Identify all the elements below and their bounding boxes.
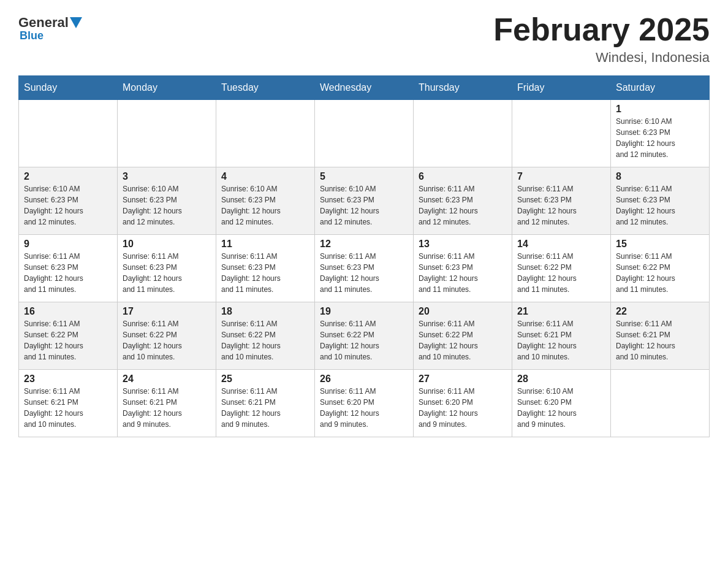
day-number: 4 bbox=[221, 171, 309, 182]
day-info: Sunrise: 6:11 AM Sunset: 6:22 PM Dayligh… bbox=[320, 318, 408, 362]
calendar-cell: 10Sunrise: 6:11 AM Sunset: 6:23 PM Dayli… bbox=[118, 235, 216, 302]
logo-blue-text: Blue bbox=[20, 29, 44, 42]
day-info: Sunrise: 6:11 AM Sunset: 6:21 PM Dayligh… bbox=[517, 318, 605, 362]
logo-triangle-icon bbox=[70, 17, 82, 28]
day-number: 23 bbox=[24, 373, 112, 385]
calendar-cell: 13Sunrise: 6:11 AM Sunset: 6:23 PM Dayli… bbox=[414, 235, 512, 302]
day-info: Sunrise: 6:11 AM Sunset: 6:20 PM Dayligh… bbox=[320, 386, 408, 430]
calendar-cell: 17Sunrise: 6:11 AM Sunset: 6:22 PM Dayli… bbox=[118, 302, 216, 370]
logo-general: General bbox=[18, 15, 69, 31]
calendar-cell: 15Sunrise: 6:11 AM Sunset: 6:22 PM Dayli… bbox=[611, 235, 710, 302]
day-number: 10 bbox=[123, 239, 211, 250]
day-info: Sunrise: 6:10 AM Sunset: 6:23 PM Dayligh… bbox=[320, 183, 408, 228]
day-number: 20 bbox=[419, 306, 507, 317]
day-number: 27 bbox=[419, 373, 507, 385]
calendar-cell bbox=[611, 370, 710, 437]
day-number: 7 bbox=[517, 171, 605, 182]
header-friday: Friday bbox=[512, 76, 611, 100]
day-number: 12 bbox=[320, 239, 408, 250]
calendar-cell bbox=[315, 100, 414, 167]
calendar-cell bbox=[19, 100, 118, 167]
calendar-week-row: 2Sunrise: 6:10 AM Sunset: 6:23 PM Daylig… bbox=[19, 167, 710, 235]
day-number: 26 bbox=[320, 373, 408, 385]
title-block: February 2025 Windesi, Indonesia bbox=[493, 12, 710, 66]
day-info: Sunrise: 6:11 AM Sunset: 6:21 PM Dayligh… bbox=[616, 318, 704, 362]
calendar-cell: 3Sunrise: 6:10 AM Sunset: 6:23 PM Daylig… bbox=[118, 167, 216, 235]
calendar-table: SundayMondayTuesdayWednesdayThursdayFrid… bbox=[18, 75, 710, 437]
day-info: Sunrise: 6:11 AM Sunset: 6:21 PM Dayligh… bbox=[24, 386, 112, 430]
calendar-cell: 4Sunrise: 6:10 AM Sunset: 6:23 PM Daylig… bbox=[216, 167, 315, 235]
calendar-cell: 19Sunrise: 6:11 AM Sunset: 6:22 PM Dayli… bbox=[315, 302, 414, 370]
calendar-cell: 2Sunrise: 6:10 AM Sunset: 6:23 PM Daylig… bbox=[19, 167, 118, 235]
day-info: Sunrise: 6:11 AM Sunset: 6:23 PM Dayligh… bbox=[221, 251, 309, 295]
calendar-cell: 1Sunrise: 6:10 AM Sunset: 6:23 PM Daylig… bbox=[611, 100, 710, 167]
header-wednesday: Wednesday bbox=[315, 76, 414, 100]
calendar-week-row: 16Sunrise: 6:11 AM Sunset: 6:22 PM Dayli… bbox=[19, 302, 710, 370]
logo-text: General bbox=[18, 15, 83, 31]
day-number: 6 bbox=[419, 171, 507, 182]
header-thursday: Thursday bbox=[414, 76, 512, 100]
day-number: 24 bbox=[123, 373, 211, 385]
calendar-cell: 11Sunrise: 6:11 AM Sunset: 6:23 PM Dayli… bbox=[216, 235, 315, 302]
day-number: 14 bbox=[517, 239, 605, 250]
calendar-cell: 24Sunrise: 6:11 AM Sunset: 6:21 PM Dayli… bbox=[118, 370, 216, 437]
location-title: Windesi, Indonesia bbox=[493, 50, 710, 66]
day-info: Sunrise: 6:11 AM Sunset: 6:22 PM Dayligh… bbox=[24, 318, 112, 362]
day-number: 8 bbox=[616, 171, 704, 182]
calendar-cell: 12Sunrise: 6:11 AM Sunset: 6:23 PM Dayli… bbox=[315, 235, 414, 302]
header-monday: Monday bbox=[118, 76, 216, 100]
day-info: Sunrise: 6:11 AM Sunset: 6:23 PM Dayligh… bbox=[419, 183, 507, 228]
day-info: Sunrise: 6:10 AM Sunset: 6:23 PM Dayligh… bbox=[221, 183, 309, 228]
day-info: Sunrise: 6:11 AM Sunset: 6:20 PM Dayligh… bbox=[419, 386, 507, 430]
day-number: 25 bbox=[221, 373, 309, 385]
logo: General Blue bbox=[18, 12, 83, 42]
day-info: Sunrise: 6:11 AM Sunset: 6:23 PM Dayligh… bbox=[419, 251, 507, 295]
calendar-cell bbox=[118, 100, 216, 167]
day-info: Sunrise: 6:10 AM Sunset: 6:20 PM Dayligh… bbox=[517, 386, 605, 430]
calendar-week-row: 1Sunrise: 6:10 AM Sunset: 6:23 PM Daylig… bbox=[19, 100, 710, 167]
calendar-cell: 8Sunrise: 6:11 AM Sunset: 6:23 PM Daylig… bbox=[611, 167, 710, 235]
calendar-cell: 25Sunrise: 6:11 AM Sunset: 6:21 PM Dayli… bbox=[216, 370, 315, 437]
day-number: 13 bbox=[419, 239, 507, 250]
day-info: Sunrise: 6:11 AM Sunset: 6:22 PM Dayligh… bbox=[419, 318, 507, 362]
header-saturday: Saturday bbox=[611, 76, 710, 100]
day-info: Sunrise: 6:10 AM Sunset: 6:23 PM Dayligh… bbox=[616, 116, 704, 160]
calendar-week-row: 23Sunrise: 6:11 AM Sunset: 6:21 PM Dayli… bbox=[19, 370, 710, 437]
day-info: Sunrise: 6:11 AM Sunset: 6:22 PM Dayligh… bbox=[517, 251, 605, 295]
day-number: 28 bbox=[517, 373, 605, 385]
calendar-cell: 21Sunrise: 6:11 AM Sunset: 6:21 PM Dayli… bbox=[512, 302, 611, 370]
day-number: 9 bbox=[24, 239, 112, 250]
day-info: Sunrise: 6:11 AM Sunset: 6:23 PM Dayligh… bbox=[616, 183, 704, 228]
calendar-cell: 16Sunrise: 6:11 AM Sunset: 6:22 PM Dayli… bbox=[19, 302, 118, 370]
header-tuesday: Tuesday bbox=[216, 76, 315, 100]
calendar-cell: 18Sunrise: 6:11 AM Sunset: 6:22 PM Dayli… bbox=[216, 302, 315, 370]
calendar-week-row: 9Sunrise: 6:11 AM Sunset: 6:23 PM Daylig… bbox=[19, 235, 710, 302]
calendar-header-row: SundayMondayTuesdayWednesdayThursdayFrid… bbox=[19, 76, 710, 100]
day-info: Sunrise: 6:11 AM Sunset: 6:23 PM Dayligh… bbox=[24, 251, 112, 295]
calendar-cell: 6Sunrise: 6:11 AM Sunset: 6:23 PM Daylig… bbox=[414, 167, 512, 235]
day-number: 5 bbox=[320, 171, 408, 182]
day-info: Sunrise: 6:10 AM Sunset: 6:23 PM Dayligh… bbox=[24, 183, 112, 228]
page-header: General Blue February 2025 Windesi, Indo… bbox=[18, 12, 710, 66]
day-info: Sunrise: 6:11 AM Sunset: 6:23 PM Dayligh… bbox=[320, 251, 408, 295]
day-info: Sunrise: 6:10 AM Sunset: 6:23 PM Dayligh… bbox=[123, 183, 211, 228]
day-number: 19 bbox=[320, 306, 408, 317]
header-sunday: Sunday bbox=[19, 76, 118, 100]
day-info: Sunrise: 6:11 AM Sunset: 6:23 PM Dayligh… bbox=[123, 251, 211, 295]
day-info: Sunrise: 6:11 AM Sunset: 6:22 PM Dayligh… bbox=[123, 318, 211, 362]
day-number: 21 bbox=[517, 306, 605, 317]
calendar-cell: 23Sunrise: 6:11 AM Sunset: 6:21 PM Dayli… bbox=[19, 370, 118, 437]
calendar-cell: 14Sunrise: 6:11 AM Sunset: 6:22 PM Dayli… bbox=[512, 235, 611, 302]
calendar-cell: 20Sunrise: 6:11 AM Sunset: 6:22 PM Dayli… bbox=[414, 302, 512, 370]
day-number: 16 bbox=[24, 306, 112, 317]
calendar-cell: 5Sunrise: 6:10 AM Sunset: 6:23 PM Daylig… bbox=[315, 167, 414, 235]
day-info: Sunrise: 6:11 AM Sunset: 6:22 PM Dayligh… bbox=[616, 251, 704, 295]
calendar-cell bbox=[216, 100, 315, 167]
day-number: 15 bbox=[616, 239, 704, 250]
day-number: 18 bbox=[221, 306, 309, 317]
calendar-cell: 28Sunrise: 6:10 AM Sunset: 6:20 PM Dayli… bbox=[512, 370, 611, 437]
day-info: Sunrise: 6:11 AM Sunset: 6:21 PM Dayligh… bbox=[221, 386, 309, 430]
calendar-cell: 7Sunrise: 6:11 AM Sunset: 6:23 PM Daylig… bbox=[512, 167, 611, 235]
day-number: 17 bbox=[123, 306, 211, 317]
calendar-cell: 27Sunrise: 6:11 AM Sunset: 6:20 PM Dayli… bbox=[414, 370, 512, 437]
